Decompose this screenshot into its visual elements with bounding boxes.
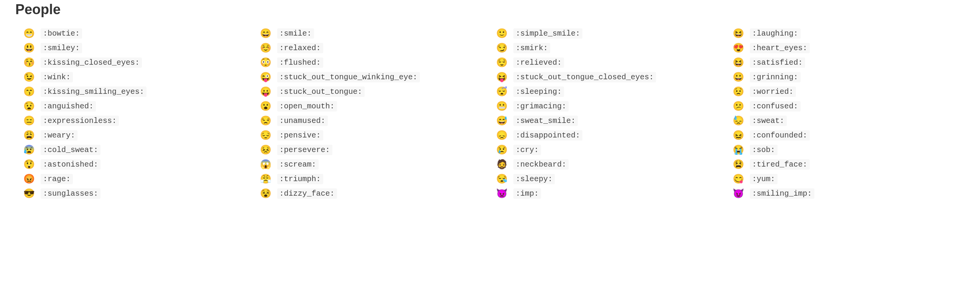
emoji-code: :confounded: <box>750 130 810 141</box>
emoji-item-confounded[interactable]: 😖:confounded: <box>732 129 965 142</box>
emoji-code: :kissing_smiling_eyes: <box>41 87 146 97</box>
emoji-item-disappointed[interactable]: 😞:disappointed: <box>496 129 728 142</box>
emoji-code: :astonished: <box>41 159 100 170</box>
confounded-icon: 😖 <box>732 131 745 140</box>
heart_eyes-icon: 😍 <box>732 43 745 52</box>
sunglasses-icon: 😎 <box>23 189 35 198</box>
emoji-code: :open_mouth: <box>277 101 337 111</box>
emoji-item-stuck_out_tongue_winking_eye[interactable]: 😜:stuck_out_tongue_winking_eye: <box>260 70 492 83</box>
emoji-code: :tired_face: <box>750 159 810 170</box>
emoji-item-heart_eyes[interactable]: 😍:heart_eyes: <box>732 41 965 54</box>
smiley-icon: 😃 <box>23 43 35 52</box>
emoji-item-cold_sweat[interactable]: 😰:cold_sweat: <box>23 143 256 156</box>
emoji-item-open_mouth[interactable]: 😮:open_mouth: <box>260 100 492 113</box>
emoji-code: :cry: <box>513 145 541 155</box>
persevere-icon: 😣 <box>260 145 272 154</box>
emoji-code: :flushed: <box>277 57 323 68</box>
emoji-code: :triumph: <box>277 174 323 184</box>
emoji-item-smiling_imp[interactable]: 😈:smiling_imp: <box>732 187 965 200</box>
emoji-item-astonished[interactable]: 😲:astonished: <box>23 158 256 171</box>
emoji-code: :stuck_out_tongue: <box>277 87 365 97</box>
emoji-item-persevere[interactable]: 😣:persevere: <box>260 143 492 156</box>
bowtie-icon: 😁 <box>23 29 35 38</box>
emoji-item-relaxed[interactable]: ☺️:relaxed: <box>260 41 492 54</box>
grinning-icon: 😀 <box>732 72 745 82</box>
emoji-code: :rage: <box>41 174 73 184</box>
emoji-code: :smiling_imp: <box>750 188 814 199</box>
emoji-item-expressionless[interactable]: 😑:expressionless: <box>23 114 256 127</box>
sweat-icon: 😓 <box>732 116 745 125</box>
emoji-code: :weary: <box>41 130 77 141</box>
emoji-item-sleepy[interactable]: 😪:sleepy: <box>496 172 728 185</box>
anguished-icon: 😧 <box>23 101 35 111</box>
emoji-item-kissing_closed_eyes[interactable]: 😚:kissing_closed_eyes: <box>23 56 256 69</box>
emoji-code: :expressionless: <box>41 116 119 126</box>
emoji-code: :disappointed: <box>513 130 582 141</box>
emoji-item-weary[interactable]: 😩:weary: <box>23 129 256 142</box>
emoji-item-grimacing[interactable]: 😬:grimacing: <box>496 100 728 113</box>
emoji-code: :simple_smile: <box>513 28 582 39</box>
emoji-item-smiley[interactable]: 😃:smiley: <box>23 41 256 54</box>
emoji-item-simple_smile[interactable]: 🙂:simple_smile: <box>496 27 728 40</box>
imp-icon: 👿 <box>496 189 508 198</box>
emoji-item-bowtie[interactable]: 😁:bowtie: <box>23 27 256 40</box>
emoji-item-stuck_out_tongue[interactable]: 😛:stuck_out_tongue: <box>260 85 492 98</box>
emoji-code: :dizzy_face: <box>277 188 337 199</box>
emoji-code: :sleeping: <box>513 87 564 97</box>
emoji-item-laughing[interactable]: 😆:laughing: <box>732 27 965 40</box>
emoji-code: :smiley: <box>41 43 82 53</box>
emoji-item-sweat_smile[interactable]: 😅:sweat_smile: <box>496 114 728 127</box>
emoji-code: :grinning: <box>750 72 801 82</box>
emoji-cheatsheet-page: People 😁:bowtie:😄:smile:🙂:simple_smile:😆… <box>0 0 980 211</box>
rage-icon: 😡 <box>23 174 35 183</box>
unamused-icon: 😒 <box>260 116 272 125</box>
emoji-item-smile[interactable]: 😄:smile: <box>260 27 492 40</box>
emoji-item-confused[interactable]: 😕:confused: <box>732 100 965 113</box>
confused-icon: 😕 <box>732 101 745 111</box>
emoji-item-scream[interactable]: 😱:scream: <box>260 158 492 171</box>
emoji-code: :wink: <box>41 72 73 82</box>
emoji-item-unamused[interactable]: 😒:unamused: <box>260 114 492 127</box>
emoji-item-sleeping[interactable]: 😴:sleeping: <box>496 85 728 98</box>
satisfied-icon: 😆 <box>732 58 745 67</box>
emoji-item-satisfied[interactable]: 😆:satisfied: <box>732 56 965 69</box>
emoji-item-flushed[interactable]: 😳:flushed: <box>260 56 492 69</box>
emoji-code: :persevere: <box>277 145 332 155</box>
emoji-item-stuck_out_tongue_closed_eyes[interactable]: 😝:stuck_out_tongue_closed_eyes: <box>496 70 728 83</box>
emoji-item-neckbeard[interactable]: 🧔:neckbeard: <box>496 158 728 171</box>
emoji-code: :confused: <box>750 101 801 111</box>
kissing_smiling_eyes-icon: 😙 <box>23 87 35 96</box>
emoji-item-kissing_smiling_eyes[interactable]: 😙:kissing_smiling_eyes: <box>23 85 256 98</box>
weary-icon: 😩 <box>23 131 35 140</box>
emoji-code: :heart_eyes: <box>750 43 810 53</box>
emoji-item-triumph[interactable]: 😤:triumph: <box>260 172 492 185</box>
sleeping-icon: 😴 <box>496 87 508 96</box>
emoji-item-cry[interactable]: 😢:cry: <box>496 143 728 156</box>
emoji-item-sunglasses[interactable]: 😎:sunglasses: <box>23 187 256 200</box>
astonished-icon: 😲 <box>23 160 35 169</box>
emoji-item-tired_face[interactable]: 😫:tired_face: <box>732 158 965 171</box>
kissing_closed_eyes-icon: 😚 <box>23 58 35 67</box>
worried-icon: 😟 <box>732 87 745 96</box>
emoji-item-worried[interactable]: 😟:worried: <box>732 85 965 98</box>
emoji-item-sob[interactable]: 😭:sob: <box>732 143 965 156</box>
emoji-item-grinning[interactable]: 😀:grinning: <box>732 70 965 83</box>
emoji-item-yum[interactable]: 😋:yum: <box>732 172 965 185</box>
emoji-code: :sob: <box>750 145 778 155</box>
emoji-item-smirk[interactable]: 😏:smirk: <box>496 41 728 54</box>
scream-icon: 😱 <box>260 160 272 169</box>
emoji-code: :relaxed: <box>277 43 323 53</box>
emoji-item-dizzy_face[interactable]: 😵:dizzy_face: <box>260 187 492 200</box>
smile-icon: 😄 <box>260 29 272 38</box>
emoji-code: :relieved: <box>513 57 564 68</box>
emoji-code: :grimacing: <box>513 101 569 111</box>
emoji-item-sweat[interactable]: 😓:sweat: <box>732 114 965 127</box>
flushed-icon: 😳 <box>260 58 272 67</box>
emoji-item-relieved[interactable]: 😌:relieved: <box>496 56 728 69</box>
emoji-item-imp[interactable]: 👿:imp: <box>496 187 728 200</box>
emoji-code: :cold_sweat: <box>41 145 100 155</box>
emoji-item-pensive[interactable]: 😔:pensive: <box>260 129 492 142</box>
emoji-item-rage[interactable]: 😡:rage: <box>23 172 256 185</box>
emoji-item-wink[interactable]: 😉:wink: <box>23 70 256 83</box>
emoji-item-anguished[interactable]: 😧:anguished: <box>23 100 256 113</box>
